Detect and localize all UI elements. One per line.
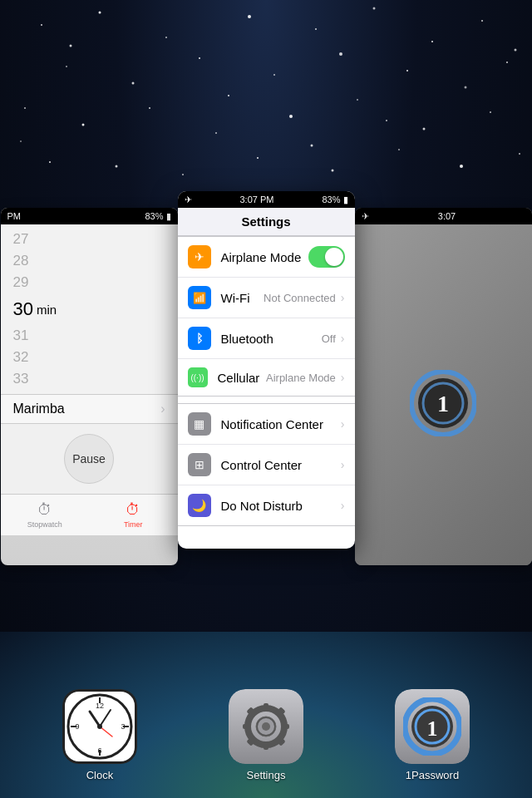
settings-gear-svg [241,702,291,751]
svg-point-22 [357,99,358,101]
clock-battery-icon: ▮ [166,211,171,222]
bluetooth-value: Off [322,332,336,345]
svg-point-19 [149,107,150,109]
marimba-row[interactable]: Marimba › [1,394,178,424]
marimba-label: Marimba [13,401,65,416]
1pass-status-bar: ✈ 3:07 [355,208,532,224]
app-card-clock[interactable]: PM 83% ▮ 27 28 29 30 min 31 32 33 Marimb… [1,208,178,565]
wifi-value: Not Connected [264,292,336,304]
airplane-mode-icon: ✈ [188,245,211,268]
settings-section-notifications: ▦ Notification Center › ⊞ Control Center… [178,403,355,526]
pause-button-area: Pause [1,424,178,494]
stopwatch-label: Stopwatch [27,520,62,529]
settings-row-control[interactable]: ⊞ Control Center › [178,445,355,485]
1pass-app-icon: 1 [395,689,470,764]
airplane-mode-toggle[interactable] [308,246,345,268]
dnd-label: Do Not Disturb [221,499,341,513]
wifi-arrow: › [341,291,345,304]
1pass-airplane-icon: ✈ [362,211,369,222]
settings-row-bluetooth[interactable]: ᛒ Bluetooth Off › [178,318,355,359]
svg-point-0 [41,24,42,26]
notification-arrow: › [341,417,345,431]
settings-row-wifi[interactable]: 📶 Wi-Fi Not Connected › [178,278,355,318]
bluetooth-arrow: › [341,332,345,345]
svg-point-1 [99,12,101,14]
cellular-value: Airplane Mode [266,372,336,384]
airplane-mode-label: Airplane Mode [221,250,308,264]
cellular-label: Cellular [218,371,267,385]
settings-title: Settings [178,208,355,236]
timer-row-33: 33 [1,368,178,390]
clock-app-icon: 12 3 6 9 [62,689,137,764]
clock-app-label: Clock [86,769,114,781]
1pass-status-left: ✈ [362,211,369,222]
control-label: Control Center [221,458,341,472]
svg-text:12: 12 [96,702,104,710]
svg-text:9: 9 [75,722,79,731]
svg-point-36 [386,120,387,121]
notification-label: Notification Center [221,417,341,431]
1pass-logo: 1 [410,370,476,436]
svg-point-18 [82,124,85,126]
dock-icon-1password[interactable]: 1 1Password [382,689,482,781]
timer-value: 30 [13,298,33,320]
svg-point-3 [248,15,251,18]
svg-point-5 [373,7,376,10]
clock-status-time-left: PM [7,211,22,221]
bluetooth-label: Bluetooth [221,332,322,346]
settings-section-connections: ✈ Airplane Mode 📶 Wi-Fi Not Connected › … [178,236,355,397]
svg-point-67 [262,722,270,731]
timer-row-28: 28 [1,250,178,272]
svg-text:1: 1 [427,717,438,741]
svg-point-31 [460,165,463,168]
svg-text:1: 1 [437,391,449,416]
settings-battery-pct: 83% [322,195,340,204]
1pass-status-time: 3:07 [369,211,525,221]
svg-point-10 [132,82,135,85]
svg-point-28 [257,157,259,159]
svg-point-29 [332,170,334,172]
svg-point-8 [515,49,517,52]
settings-status-bar: ✈ 3:07 PM 83% ▮ [178,191,355,208]
control-center-icon: ⊞ [188,453,211,476]
dock-icon-clock[interactable]: 12 3 6 9 Clock [50,689,150,781]
tab-timer[interactable]: ⏱ Timer [89,495,178,535]
svg-point-33 [20,140,22,142]
timer-row-31: 31 [1,325,178,347]
settings-app-label: Settings [247,769,286,781]
svg-text:6: 6 [97,746,101,755]
settings-row-cellular[interactable]: ((·)) Cellular Airplane Mode › [178,359,355,396]
tab-stopwatch[interactable]: ⏱ Stopwatch [1,495,90,535]
1pass-content: 1 [355,224,532,565]
settings-status-time: 3:07 PM [192,195,323,204]
cellular-arrow: › [341,371,345,384]
timer-row-32: 32 [1,347,178,368]
settings-row-notification[interactable]: ▦ Notification Center › [178,404,355,445]
svg-point-14 [406,70,408,71]
svg-point-25 [49,161,51,163]
timer-row-selected: 30 min [1,293,178,325]
svg-point-20 [215,132,217,134]
settings-status-left: ✈ [185,195,192,205]
bluetooth-icon: ᛒ [188,327,211,350]
svg-point-2 [165,37,167,38]
settings-row-dnd[interactable]: 🌙 Do Not Disturb › [178,485,355,525]
marimba-arrow: › [160,401,165,416]
svg-point-17 [24,107,26,109]
svg-point-11 [199,57,200,59]
timer-row-27: 27 [1,229,178,250]
settings-row-airplane[interactable]: ✈ Airplane Mode [178,237,355,278]
clock-status-bar: PM 83% ▮ [1,208,178,224]
svg-point-15 [465,86,467,89]
app-card-1password[interactable]: ✈ 3:07 1 [355,208,532,565]
dnd-arrow: › [341,499,345,512]
wifi-icon: 📶 [188,286,211,309]
pause-button[interactable]: Pause [64,434,114,484]
svg-point-4 [315,28,317,30]
clock-battery-pct: 83% [145,211,163,221]
dock-icon-settings[interactable]: Settings [216,689,316,781]
svg-point-23 [423,128,426,131]
stopwatch-icon: ⏱ [37,501,52,519]
app-card-settings[interactable]: ✈ 3:07 PM 83% ▮ Settings ✈ Airplane Mode [178,191,355,549]
svg-point-32 [519,153,520,155]
